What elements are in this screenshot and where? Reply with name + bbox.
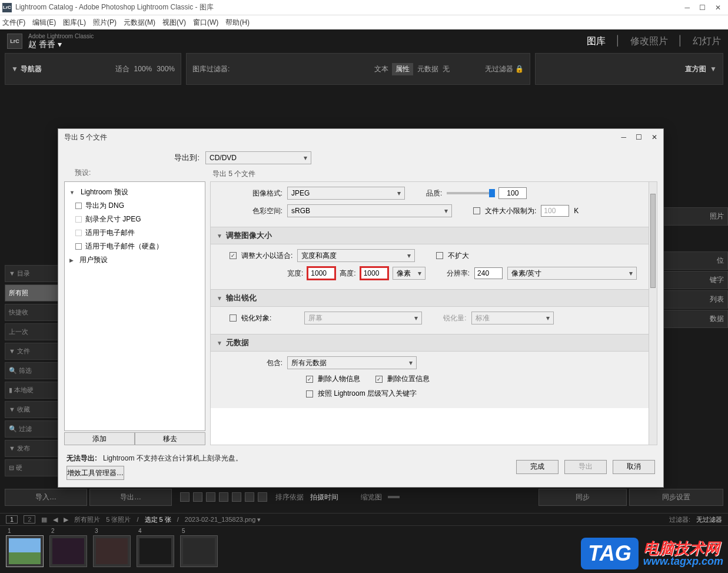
cancel-button[interactable]: 取消 (613, 460, 655, 474)
remove-location-checkbox[interactable] (375, 376, 383, 383)
user-name-dropdown[interactable]: 赵 香香 ▾ (28, 39, 94, 50)
thumbnail-4[interactable]: 4 (137, 535, 174, 567)
zoom-100[interactable]: 100% (134, 65, 152, 73)
thumbnail-slider[interactable] (388, 496, 400, 498)
catalog-panel[interactable]: ▼ 目录 (5, 265, 64, 282)
filter-metadata[interactable]: 元数据 (417, 64, 438, 74)
current-filename[interactable]: 2023-02-21_135823.png ▾ (185, 516, 261, 524)
back-icon[interactable]: ◀ (53, 516, 58, 524)
people-view-icon[interactable] (232, 492, 241, 502)
quick-collection[interactable]: 快捷收 (5, 304, 64, 321)
thumbnail-2[interactable]: 2 (49, 535, 87, 567)
settings-scrollbar[interactable] (649, 182, 657, 445)
preset-group-user[interactable]: 用户预设 (67, 253, 202, 267)
resize-section-header[interactable]: 调整图像大小 (211, 227, 649, 244)
module-develop[interactable]: 修改照片 (630, 35, 668, 48)
previous-import[interactable]: 上一次 (5, 323, 64, 340)
filter-value[interactable]: 无过滤器 (696, 515, 722, 524)
resize-fit-checkbox[interactable] (230, 252, 237, 259)
folders-panel[interactable]: ▼ 文件 (5, 343, 64, 360)
sharpen-amount-combo[interactable]: 标准▾ (471, 312, 554, 324)
menu-library[interactable]: 图库(L) (63, 18, 86, 28)
hard-drive-publish[interactable]: ⊟ 硬 (5, 459, 64, 476)
filter-text[interactable]: 文本 (374, 64, 388, 74)
right-panel-list[interactable]: 列表 (663, 290, 728, 309)
height-input[interactable] (361, 267, 388, 279)
remove-preset-button[interactable]: 移去 (135, 432, 205, 445)
hierarchy-checkbox[interactable] (306, 390, 313, 398)
grid-view-icon[interactable] (180, 492, 190, 502)
remove-people-checkbox[interactable] (306, 376, 313, 383)
sort-value[interactable]: 拍摄时间 (310, 492, 338, 502)
limit-size-checkbox[interactable] (473, 207, 480, 214)
close-icon[interactable]: ✕ (715, 4, 721, 12)
module-library[interactable]: 图库 (587, 35, 606, 48)
painter-icon[interactable] (245, 492, 254, 502)
preset-dng[interactable]: 导出为 DNG (67, 199, 202, 213)
right-panel-metadata[interactable]: 数据 (663, 310, 728, 328)
loupe-view-icon[interactable] (193, 492, 202, 502)
compare-view-icon[interactable] (206, 492, 215, 502)
menu-help[interactable]: 帮助(H) (225, 18, 250, 28)
menu-view[interactable]: 视图(V) (162, 18, 186, 28)
publish-panel[interactable]: ▼ 发布 (5, 440, 64, 457)
export-button[interactable]: 导出… (89, 489, 172, 506)
quality-slider[interactable] (447, 192, 494, 194)
thumbnail-3[interactable]: 3 (93, 535, 131, 567)
all-photos[interactable]: 所有照 (5, 284, 64, 302)
sharpen-for-combo[interactable]: 屏幕▾ (304, 312, 422, 324)
module-slideshow[interactable]: 幻灯片 (693, 35, 721, 48)
filter-collections[interactable]: 🔍 过滤 (5, 420, 64, 438)
local-drive[interactable]: ▮ 本地硬 (5, 382, 64, 399)
forward-icon[interactable]: ▶ (64, 516, 68, 524)
filter-folders[interactable]: 🔍 筛选 (5, 362, 64, 379)
menu-window[interactable]: 窗口(W) (193, 18, 218, 28)
resolution-input[interactable] (474, 267, 503, 279)
limit-size-input[interactable] (541, 205, 569, 217)
done-button[interactable]: 完成 (516, 460, 559, 474)
export-confirm-button[interactable]: 导出 (564, 460, 607, 474)
zoom-fit[interactable]: 适合 (115, 64, 129, 74)
preset-email-hd[interactable]: 适用于电子邮件（硬盘） (67, 240, 202, 253)
grid-icon[interactable]: ▦ (41, 516, 47, 524)
secondary-display[interactable]: 2 (24, 515, 35, 524)
zoom-300[interactable]: 300% (157, 65, 175, 73)
no-filter-label[interactable]: 无过滤器 (485, 64, 513, 74)
color-space-combo[interactable]: sRGB▾ (287, 204, 452, 217)
right-panel-photo[interactable]: 照片 (663, 207, 728, 226)
breadcrumb-all[interactable]: 所有照片 (74, 515, 100, 524)
preset-group-lightroom[interactable]: Lightroom 预设 (67, 186, 202, 199)
maximize-icon[interactable]: ☐ (699, 4, 706, 12)
minimize-icon[interactable]: ─ (684, 4, 690, 12)
thumbnail-5[interactable]: 5 (180, 535, 218, 567)
menu-file[interactable]: 文件(F) (2, 18, 25, 28)
filter-attribute[interactable]: 属性 (392, 63, 413, 75)
preset-email[interactable]: 适用于电子邮件 (67, 226, 202, 240)
resolution-unit-combo[interactable]: 像素/英寸▾ (507, 267, 637, 280)
menu-photo[interactable]: 照片(P) (93, 18, 117, 28)
menu-edit[interactable]: 编辑(E) (32, 18, 56, 28)
collections-panel[interactable]: ▼ 收藏 (5, 401, 64, 418)
add-preset-button[interactable]: 添加 (64, 432, 135, 445)
dialog-close-icon[interactable]: ✕ (651, 133, 657, 141)
chevron-down-icon[interactable]: ▼ (11, 65, 18, 73)
export-to-combo[interactable]: CD/DVD▾ (205, 151, 311, 164)
filter-none[interactable]: 无 (443, 64, 450, 74)
resize-fit-combo[interactable]: 宽度和高度▾ (297, 249, 415, 262)
sync-settings-button[interactable]: 同步设置 (629, 489, 723, 506)
import-button[interactable]: 导入… (5, 489, 87, 506)
image-format-combo[interactable]: JPEG▾ (287, 187, 405, 200)
metadata-section-header[interactable]: 元数据 (211, 334, 649, 352)
preset-jpeg[interactable]: 刻录全尺寸 JPEG (67, 213, 202, 226)
sharpen-checkbox[interactable] (230, 314, 237, 322)
thumbnail-1[interactable]: 1 (6, 535, 44, 567)
pixel-unit-combo[interactable]: 像素▾ (393, 267, 426, 280)
chevron-down-icon[interactable]: ▼ (710, 65, 717, 73)
menu-metadata[interactable]: 元数据(M) (124, 18, 155, 28)
dialog-maximize-icon[interactable]: ☐ (636, 133, 642, 141)
width-input[interactable] (308, 267, 335, 279)
survey-view-icon[interactable] (219, 492, 228, 502)
dialog-minimize-icon[interactable]: ─ (621, 133, 626, 141)
right-panel-keyword[interactable]: 键字 (663, 271, 728, 289)
lock-icon[interactable]: 🔒 (515, 65, 524, 73)
